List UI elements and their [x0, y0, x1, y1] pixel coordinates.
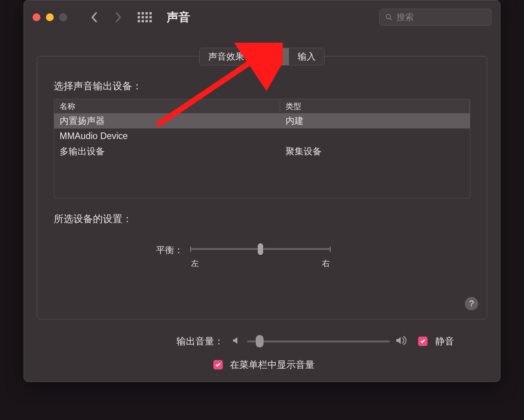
forward-button [110, 9, 126, 25]
window-traffic-lights [33, 13, 67, 21]
column-type[interactable]: 类型 [280, 99, 470, 113]
device-table: 名称 类型 内置扬声器 内建 MMAudio Device 多输出设备 聚集设备 [54, 99, 470, 198]
bottom-controls: 输出音量： 静音 在菜单栏中显示音量 [24, 329, 500, 371]
svg-point-0 [386, 14, 390, 19]
column-name[interactable]: 名称 [54, 99, 280, 113]
mute-label: 静音 [435, 335, 454, 348]
balance-slider[interactable] [190, 243, 331, 254]
minimize-window-button[interactable] [46, 13, 54, 21]
search-input[interactable] [397, 12, 486, 22]
balance-slider-thumb[interactable] [258, 243, 263, 255]
search-icon [385, 13, 393, 22]
svg-line-1 [390, 18, 392, 20]
show-all-button[interactable] [138, 12, 152, 22]
selected-device-settings-label: 所选设备的设置： [54, 212, 487, 225]
select-device-label: 选择声音输出设备： [54, 80, 487, 92]
window-title: 声音 [167, 9, 371, 25]
device-type: 聚集设备 [280, 145, 470, 158]
balance-label: 平衡： [37, 243, 190, 256]
show-in-menubar-label: 在菜单栏中显示音量 [230, 358, 315, 371]
checkmark-icon [420, 338, 426, 344]
tab-output[interactable]: 输出 [253, 48, 289, 65]
main-panel: 声音效果 输出 输入 选择声音输出设备： 名称 类型 内置扬声器 内建 MMAu… [37, 56, 487, 319]
volume-high-icon [395, 335, 409, 348]
mute-checkbox[interactable] [418, 337, 428, 346]
help-button[interactable]: ? [465, 297, 478, 310]
zoom-window-button [59, 13, 67, 21]
volume-low-icon [231, 335, 242, 347]
tab-sound-effects[interactable]: 声音效果 [200, 48, 253, 65]
tab-input[interactable]: 输入 [289, 48, 324, 65]
close-window-button[interactable] [33, 13, 40, 21]
tab-bar: 声音效果 输出 输入 [199, 48, 325, 65]
device-name: 多输出设备 [54, 145, 280, 158]
table-row[interactable]: MMAudio Device [54, 129, 470, 144]
balance-row: 平衡： 左 右 [37, 243, 487, 269]
output-volume-slider[interactable] [247, 336, 390, 347]
device-type: 内建 [280, 115, 470, 127]
back-button[interactable] [87, 9, 102, 25]
checkmark-icon [215, 362, 221, 368]
balance-right-label: 右 [322, 258, 330, 269]
device-name: 内置扬声器 [54, 115, 280, 127]
table-header: 名称 类型 [54, 99, 470, 113]
volume-slider-thumb[interactable] [256, 335, 264, 348]
device-name: MMAudio Device [54, 131, 280, 141]
sound-preferences-window: 声音 声音效果 输出 输入 选择声音输出设备： 名称 类型 内置扬声器 内建 M… [24, 0, 500, 382]
toolbar: 声音 [24, 0, 500, 34]
table-row[interactable]: 内置扬声器 内建 [54, 113, 470, 129]
table-row[interactable]: 多输出设备 聚集设备 [54, 144, 470, 159]
balance-left-label: 左 [191, 258, 199, 269]
output-volume-label: 输出音量： [70, 335, 224, 348]
show-in-menubar-checkbox[interactable] [213, 360, 223, 369]
search-field[interactable] [379, 9, 491, 26]
